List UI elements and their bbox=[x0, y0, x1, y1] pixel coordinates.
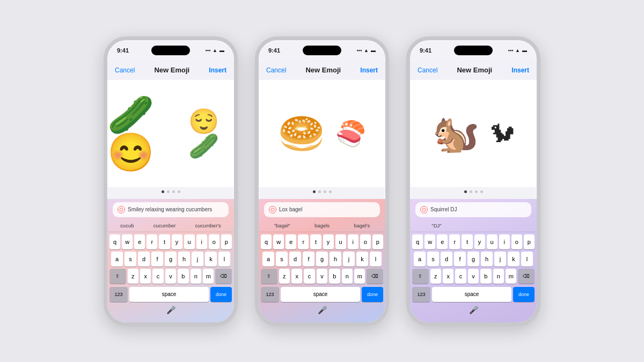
key-2-p[interactable]: p bbox=[372, 234, 383, 249]
suggestion-1-2[interactable]: cucumber bbox=[151, 221, 178, 230]
key-2-f[interactable]: f bbox=[303, 252, 314, 267]
key-3-r[interactable]: r bbox=[449, 234, 460, 249]
key-2-delete[interactable]: ⌫ bbox=[367, 269, 383, 284]
key-3-z[interactable]: z bbox=[430, 269, 441, 284]
search-input-2[interactable]: Lox bagel bbox=[264, 202, 380, 217]
key-done-2[interactable]: done bbox=[362, 287, 383, 302]
insert-button-2[interactable]: Insert bbox=[360, 67, 378, 74]
key-v[interactable]: v bbox=[165, 269, 176, 284]
key-2-z[interactable]: z bbox=[279, 269, 290, 284]
key-space-3[interactable]: space bbox=[432, 287, 511, 302]
key-3-h[interactable]: h bbox=[481, 252, 493, 267]
key-2-o[interactable]: o bbox=[360, 234, 371, 249]
key-2-b[interactable]: b bbox=[329, 269, 340, 284]
key-x[interactable]: x bbox=[140, 269, 151, 284]
key-h[interactable]: h bbox=[178, 252, 190, 267]
key-123-1[interactable]: 123 bbox=[109, 287, 128, 302]
key-2-t[interactable]: t bbox=[310, 234, 321, 249]
key-a[interactable]: a bbox=[111, 252, 123, 267]
key-2-k[interactable]: k bbox=[356, 252, 368, 267]
key-done-3[interactable]: done bbox=[513, 287, 535, 302]
key-i[interactable]: i bbox=[196, 234, 207, 249]
key-w[interactable]: w bbox=[122, 234, 133, 249]
key-3-a[interactable]: a bbox=[414, 252, 426, 267]
key-2-y[interactable]: y bbox=[323, 234, 334, 249]
key-3-i[interactable]: i bbox=[499, 234, 510, 249]
key-3-g[interactable]: g bbox=[467, 252, 479, 267]
suggestion-1-3[interactable]: cucumber's bbox=[193, 221, 223, 230]
key-y[interactable]: y bbox=[172, 234, 182, 249]
key-p[interactable]: p bbox=[221, 234, 232, 249]
key-done-1[interactable]: done bbox=[210, 287, 232, 302]
key-t[interactable]: t bbox=[159, 234, 170, 249]
key-2-c[interactable]: c bbox=[304, 269, 314, 284]
key-o[interactable]: o bbox=[209, 234, 219, 249]
key-2-j[interactable]: j bbox=[343, 252, 355, 267]
cancel-button-1[interactable]: Cancel bbox=[115, 67, 135, 74]
key-3-n[interactable]: n bbox=[493, 269, 504, 284]
key-d[interactable]: d bbox=[138, 252, 150, 267]
key-j[interactable]: j bbox=[192, 252, 203, 267]
key-2-u[interactable]: u bbox=[335, 234, 346, 249]
key-3-e[interactable]: e bbox=[437, 234, 448, 249]
key-2-s[interactable]: s bbox=[276, 252, 288, 267]
key-3-delete[interactable]: ⌫ bbox=[518, 269, 535, 284]
key-3-q[interactable]: q bbox=[412, 234, 423, 249]
search-input-3[interactable]: Squirrel DJ bbox=[415, 202, 531, 217]
key-b[interactable]: b bbox=[178, 269, 188, 284]
key-2-h[interactable]: h bbox=[330, 252, 341, 267]
key-c[interactable]: c bbox=[152, 269, 163, 284]
mic-icon-3[interactable]: 🎤 bbox=[469, 306, 478, 314]
key-3-shift[interactable]: ⇧ bbox=[412, 269, 429, 284]
suggestion-3-1[interactable]: "DJ" bbox=[429, 221, 443, 230]
key-k[interactable]: k bbox=[205, 252, 217, 267]
key-space-2[interactable]: space bbox=[281, 287, 360, 302]
key-3-m[interactable]: m bbox=[506, 269, 516, 284]
key-3-s[interactable]: s bbox=[427, 252, 439, 267]
key-3-y[interactable]: y bbox=[474, 234, 485, 249]
key-3-l[interactable]: l bbox=[521, 252, 533, 267]
mic-icon-2[interactable]: 🎤 bbox=[318, 306, 327, 314]
key-g[interactable]: g bbox=[165, 252, 177, 267]
key-s[interactable]: s bbox=[125, 252, 136, 267]
key-e[interactable]: e bbox=[134, 234, 145, 249]
key-3-o[interactable]: o bbox=[511, 234, 522, 249]
insert-button-3[interactable]: Insert bbox=[511, 67, 529, 74]
key-q[interactable]: q bbox=[109, 234, 120, 249]
key-3-v[interactable]: v bbox=[468, 269, 479, 284]
key-f[interactable]: f bbox=[151, 252, 163, 267]
key-r[interactable]: r bbox=[147, 234, 157, 249]
key-n[interactable]: n bbox=[191, 269, 201, 284]
key-z[interactable]: z bbox=[128, 269, 138, 284]
key-123-2[interactable]: 123 bbox=[261, 287, 279, 302]
key-delete[interactable]: ⌫ bbox=[215, 269, 232, 284]
key-3-c[interactable]: c bbox=[455, 269, 466, 284]
key-2-a[interactable]: a bbox=[262, 252, 274, 267]
key-3-f[interactable]: f bbox=[454, 252, 466, 267]
key-3-k[interactable]: k bbox=[508, 252, 519, 267]
key-2-l[interactable]: l bbox=[370, 252, 382, 267]
cancel-button-3[interactable]: Cancel bbox=[418, 67, 437, 74]
suggestion-2-3[interactable]: bagel's bbox=[352, 221, 372, 230]
key-2-i[interactable]: i bbox=[348, 234, 358, 249]
key-shift[interactable]: ⇧ bbox=[109, 269, 126, 284]
key-3-w[interactable]: w bbox=[425, 234, 435, 249]
insert-button-1[interactable]: Insert bbox=[209, 67, 226, 74]
key-3-t[interactable]: t bbox=[462, 234, 472, 249]
suggestion-1-1[interactable]: cucub bbox=[118, 221, 136, 230]
key-3-j[interactable]: j bbox=[494, 252, 506, 267]
cancel-button-2[interactable]: Cancel bbox=[266, 67, 286, 74]
key-2-v[interactable]: v bbox=[317, 269, 327, 284]
key-m[interactable]: m bbox=[203, 269, 214, 284]
search-input-1[interactable]: Smiley relaxing wearing cucumbers bbox=[113, 202, 229, 217]
key-2-g[interactable]: g bbox=[316, 252, 328, 267]
key-3-u[interactable]: u bbox=[487, 234, 497, 249]
key-3-p[interactable]: p bbox=[524, 234, 535, 249]
key-3-x[interactable]: x bbox=[443, 269, 453, 284]
key-2-r[interactable]: r bbox=[298, 234, 309, 249]
suggestion-2-2[interactable]: bagels bbox=[312, 221, 332, 230]
key-123-3[interactable]: 123 bbox=[412, 287, 430, 302]
key-2-e[interactable]: e bbox=[286, 234, 296, 249]
key-space-1[interactable]: space bbox=[129, 287, 209, 302]
key-l[interactable]: l bbox=[218, 252, 230, 267]
